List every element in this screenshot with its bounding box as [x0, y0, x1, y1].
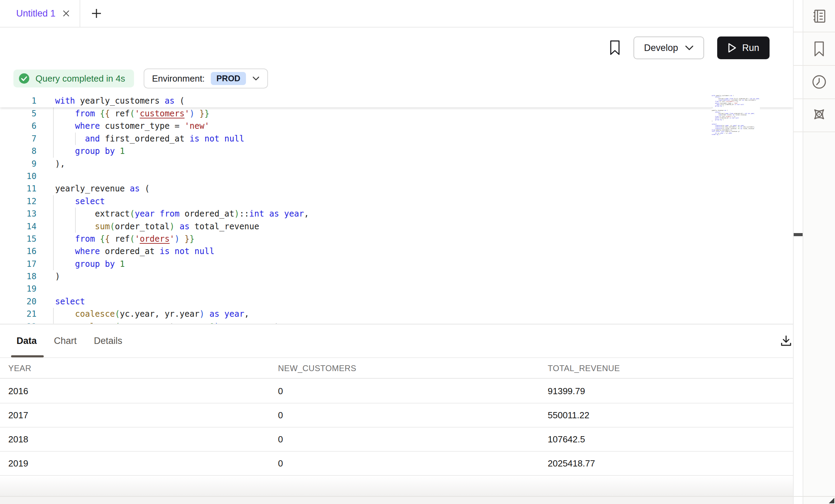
code-line[interactable]: 7 and first_ordered_at is not null	[0, 133, 793, 145]
chevron-down-icon	[685, 45, 694, 51]
table-cell: 2017	[8, 410, 278, 421]
column-new-customers: NEW_CUSTOMERS	[278, 364, 548, 373]
notebook-button[interactable]	[809, 6, 829, 27]
line-number: 7	[0, 133, 37, 145]
code-line[interactable]: 18)	[0, 270, 793, 283]
clock-icon	[812, 74, 827, 90]
tab-label: Untitled 1	[16, 8, 55, 19]
line-number: 8	[0, 145, 37, 157]
code-line[interactable]: 9),	[0, 158, 793, 170]
bookmark-button[interactable]	[609, 40, 620, 56]
line-number: 16	[0, 245, 37, 258]
table-cell: 91399.79	[548, 386, 793, 397]
line-number: 1	[0, 94, 37, 107]
line-number: 6	[0, 120, 37, 132]
code-lines[interactable]: 5 from {{ ref('customers') }}6 where cus…	[0, 94, 793, 324]
develop-button[interactable]: Develop	[633, 36, 704, 59]
line-number: 13	[0, 208, 37, 220]
status-row: Query completed in 4s Environment: PROD	[13, 69, 268, 88]
table-cell: 0	[278, 434, 548, 445]
sticky-code-line[interactable]: 1with yearly_customers as (	[0, 94, 793, 107]
table-row[interactable]: 201902025418.77	[0, 452, 793, 476]
environment-value-badge: PROD	[211, 72, 246, 85]
code-line[interactable]: 15 from {{ ref('orders') }}	[0, 233, 793, 245]
code-line[interactable]: 8 group by 1	[0, 145, 793, 157]
panel-gutter	[793, 0, 803, 504]
line-number: 5	[0, 107, 37, 120]
toolbar: Develop Run	[0, 28, 793, 68]
query-status-badge: Query completed in 4s	[13, 70, 134, 87]
code-line[interactable]: 14 sum(order_total) as total_revenue	[0, 220, 793, 233]
tab-bar: Untitled 1	[0, 0, 793, 28]
tab-untitled-1[interactable]: Untitled 1	[0, 0, 80, 27]
explore-button[interactable]	[809, 104, 829, 125]
new-tab-button[interactable]	[89, 7, 104, 20]
bookmark-icon	[609, 40, 620, 56]
line-number: 11	[0, 182, 37, 195]
play-icon	[728, 43, 736, 53]
horizontal-scrollbar-track[interactable]	[0, 496, 793, 504]
code-line[interactable]: 16 where ordered_at is not null	[0, 245, 793, 258]
chevron-down-icon	[252, 76, 260, 81]
run-button[interactable]: Run	[717, 36, 770, 59]
table-header: YEAR NEW_CUSTOMERS TOTAL_REVENUE	[0, 358, 793, 379]
download-icon	[780, 335, 792, 347]
table-cell: 111234.53	[548, 482, 793, 493]
tab-data[interactable]: Data	[17, 325, 37, 357]
code-line[interactable]: 21 coalesce(yc.year, yr.year) as year,	[0, 308, 793, 320]
plus-icon	[91, 8, 102, 19]
line-number: 15	[0, 233, 37, 245]
notebook-icon	[811, 8, 827, 24]
line-number: 21	[0, 308, 37, 320]
develop-label: Develop	[644, 43, 678, 53]
table-cell: 2024	[8, 482, 278, 493]
table-cell: 107642.5	[548, 434, 793, 445]
code-line[interactable]: 17 group by 1	[0, 258, 793, 270]
active-tab-indicator	[11, 355, 44, 357]
table-cell: 0	[278, 482, 548, 493]
bookmark-icon	[812, 41, 826, 57]
sidebar-divider	[793, 65, 835, 66]
line-number: 18	[0, 270, 37, 283]
main-area: Untitled 1 Develop	[0, 0, 793, 504]
table-row[interactable]: 20170550011.22	[0, 403, 793, 428]
tab-details[interactable]: Details	[94, 325, 123, 357]
table-cell: 2018	[8, 434, 278, 445]
table-row[interactable]: 20180107642.5	[0, 428, 793, 452]
history-button[interactable]	[809, 72, 829, 92]
sidebar-bottom-divider	[793, 496, 835, 497]
status-message: Query completed in 4s	[35, 73, 125, 84]
line-number: 19	[0, 283, 37, 295]
environment-select[interactable]: Environment: PROD	[144, 69, 268, 88]
code-line[interactable]: 11yearly_revenue as (	[0, 182, 793, 195]
sql-editor[interactable]: 5 from {{ ref('customers') }}6 where cus…	[0, 94, 793, 324]
minimap[interactable]: with yearly_customers as ( select extrac…	[712, 95, 760, 136]
code-line[interactable]: 13 extract(year from ordered_at)::int as…	[0, 208, 793, 220]
table-cell: 0	[278, 458, 548, 469]
code-line[interactable]: 10	[0, 170, 793, 182]
table-cell: 0	[278, 410, 548, 421]
table-cell: 550011.22	[548, 410, 793, 421]
sidebar-divider	[793, 132, 835, 132]
code-line[interactable]: 6 where customer_type = 'new'	[0, 120, 793, 132]
code-line[interactable]: 19	[0, 283, 793, 295]
close-icon[interactable]	[62, 9, 71, 18]
bookmarks-button[interactable]	[809, 39, 829, 59]
editor-scrollbar-thumb[interactable]	[794, 233, 803, 236]
code-line[interactable]: 20select	[0, 295, 793, 308]
line-number: 14	[0, 220, 37, 233]
code-line[interactable]: 5 from {{ ref('customers') }}	[0, 107, 793, 120]
line-number: 10	[0, 170, 37, 182]
code-line[interactable]: 1with yearly_customers as (	[0, 94, 793, 107]
tab-divider	[80, 0, 80, 27]
line-number: 17	[0, 258, 37, 270]
table-row[interactable]: 2016091399.79	[0, 379, 793, 403]
table-body: 2016091399.7920170550011.2220180107642.5…	[0, 379, 793, 500]
line-number: 12	[0, 195, 37, 208]
code-line[interactable]: 12 select	[0, 195, 793, 208]
compass-icon	[811, 106, 827, 122]
column-total-revenue: TOTAL_REVENUE	[548, 364, 793, 373]
tab-chart[interactable]: Chart	[54, 325, 77, 357]
table-cell: 2025418.77	[548, 458, 793, 469]
resize-corner[interactable]	[829, 498, 834, 503]
